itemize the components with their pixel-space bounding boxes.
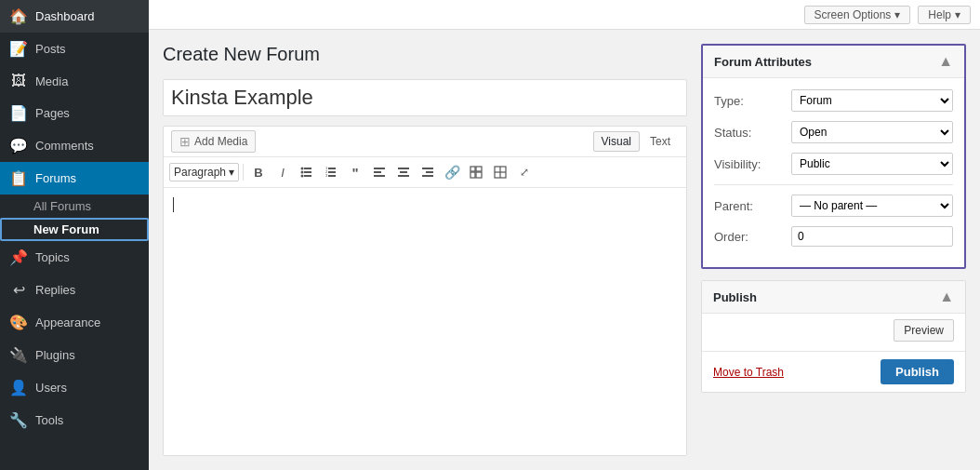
fullscreen-button[interactable]: ⤢: [513, 161, 536, 183]
align-right-button[interactable]: [417, 161, 439, 183]
svg-rect-7: [328, 171, 336, 173]
forums-icon: 📋: [9, 169, 28, 187]
blockquote-button[interactable]: ": [344, 161, 366, 183]
order-label: Order:: [714, 230, 784, 244]
plugins-icon: 🔌: [9, 346, 28, 364]
sidebar-item-pages[interactable]: 📄 Pages: [0, 97, 149, 129]
sidebar-label-forums: Forums: [35, 171, 76, 185]
move-to-trash-link[interactable]: Move to Trash: [713, 366, 784, 379]
sidebar-label-dashboard: Dashboard: [35, 9, 95, 23]
sidebar-item-tools[interactable]: 🔧 Tools: [0, 404, 149, 436]
content-area: Create New Forum ⊞ Add Media Visual Text: [149, 30, 980, 470]
preview-button[interactable]: Preview: [894, 319, 954, 342]
sidebar-item-appearance[interactable]: 🎨 Appearance: [0, 306, 149, 339]
forum-attributes-body: Type: Forum Category Status: Open Closed: [703, 78, 964, 267]
svg-point-3: [301, 168, 304, 170]
help-button[interactable]: Help ▾: [918, 6, 971, 24]
editor-formatting-toolbar: Paragraph ▾ B I 123 ": [164, 157, 686, 188]
status-label: Status:: [714, 126, 784, 140]
forum-attributes-toggle-icon[interactable]: ▲: [938, 53, 953, 70]
insert-table-button[interactable]: [489, 161, 511, 183]
new-forum-label: New Forum: [33, 222, 99, 236]
all-forums-label: All Forums: [33, 199, 91, 213]
publish-panel-title: Publish: [713, 290, 757, 304]
paragraph-label: Paragraph: [174, 166, 226, 179]
publish-panel-header: Publish ▲: [702, 281, 965, 314]
sidebar-label-topics: Topics: [35, 250, 70, 264]
paragraph-select[interactable]: Paragraph ▾: [169, 163, 239, 181]
svg-rect-23: [470, 172, 475, 178]
screen-options-button[interactable]: Screen Options ▾: [804, 6, 911, 24]
paragraph-chevron-icon: ▾: [229, 166, 234, 179]
svg-point-5: [301, 175, 304, 178]
forum-attributes-panel: Forum Attributes ▲ Type: Forum Category …: [701, 44, 966, 269]
add-media-icon: ⊞: [179, 134, 191, 149]
toolbar-separator-1: [243, 164, 244, 181]
add-media-button[interactable]: ⊞ Add Media: [171, 130, 256, 153]
publish-button[interactable]: Publish: [881, 359, 954, 384]
sidebar-label-comments: Comments: [35, 139, 94, 153]
right-column: Forum Attributes ▲ Type: Forum Category …: [701, 44, 966, 456]
svg-text:3: 3: [325, 173, 328, 178]
sidebar-item-posts[interactable]: 📝 Posts: [0, 33, 149, 65]
publish-panel: Publish ▲ Preview Move to Trash Publish: [701, 280, 966, 393]
align-left-button[interactable]: [368, 161, 391, 183]
svg-rect-18: [422, 168, 433, 169]
cursor: [173, 197, 174, 212]
svg-point-4: [301, 171, 304, 174]
sidebar-item-users[interactable]: 👤 Users: [0, 371, 149, 404]
svg-rect-14: [374, 175, 385, 177]
sidebar-label-replies: Replies: [35, 283, 75, 297]
link-button[interactable]: 🔗: [441, 161, 463, 183]
sidebar-item-topics[interactable]: 📌 Topics: [0, 241, 149, 274]
svg-rect-20: [422, 175, 433, 177]
unordered-list-button[interactable]: [296, 161, 318, 183]
sidebar-label-pages: Pages: [35, 106, 70, 120]
svg-rect-16: [400, 171, 407, 173]
tools-icon: 🔧: [9, 411, 28, 429]
sidebar-item-replies[interactable]: ↩ Replies: [0, 274, 149, 306]
order-input[interactable]: [791, 226, 953, 247]
screen-options-chevron-icon: ▾: [894, 8, 900, 21]
pages-icon: 📄: [9, 104, 28, 122]
sidebar-item-dashboard[interactable]: 🏠 Dashboard: [0, 0, 149, 33]
attr-divider: [714, 184, 953, 185]
dashboard-icon: 🏠: [9, 7, 28, 25]
replies-icon: ↩: [9, 281, 28, 299]
italic-button[interactable]: I: [271, 161, 294, 183]
users-icon: 👤: [9, 379, 28, 396]
add-media-label: Add Media: [194, 135, 247, 148]
ordered-list-button[interactable]: 123: [320, 161, 342, 183]
main-area: Screen Options ▾ Help ▾ Create New Forum…: [149, 0, 980, 470]
forum-attributes-title: Forum Attributes: [714, 55, 812, 69]
editor-body[interactable]: [164, 188, 686, 455]
sidebar-item-forums[interactable]: 📋 Forums: [0, 162, 149, 195]
media-icon: 🖼: [9, 73, 28, 89]
type-row: Type: Forum Category: [714, 89, 953, 112]
visibility-select[interactable]: Public Private Hidden: [791, 153, 953, 175]
posts-icon: 📝: [9, 40, 28, 58]
editor-toolbar-top: ⊞ Add Media Visual Text: [164, 127, 686, 157]
parent-select[interactable]: — No parent —: [791, 195, 953, 217]
sidebar-subitem-new-forum[interactable]: New Forum: [0, 218, 149, 241]
status-select[interactable]: Open Closed: [791, 121, 953, 143]
sidebar-item-plugins[interactable]: 🔌 Plugins: [0, 339, 149, 371]
sidebar-item-comments[interactable]: 💬 Comments: [0, 129, 149, 162]
sidebar-label-media: Media: [35, 74, 68, 88]
align-center-button[interactable]: [392, 161, 415, 183]
svg-rect-17: [398, 175, 409, 177]
topbar: Screen Options ▾ Help ▾: [149, 0, 980, 30]
post-title-input[interactable]: [163, 79, 687, 116]
svg-rect-13: [374, 171, 381, 173]
tab-visual[interactable]: Visual: [593, 131, 640, 152]
publish-footer: Move to Trash Publish: [702, 351, 965, 392]
svg-rect-22: [476, 167, 482, 171]
table-button[interactable]: [465, 161, 487, 183]
bold-button[interactable]: B: [247, 161, 270, 183]
svg-rect-2: [304, 175, 311, 177]
sidebar-subitem-all-forums[interactable]: All Forums: [0, 195, 149, 218]
tab-text[interactable]: Text: [642, 131, 679, 152]
type-select[interactable]: Forum Category: [791, 89, 953, 112]
sidebar-item-media[interactable]: 🖼 Media: [0, 65, 149, 97]
publish-panel-toggle-icon[interactable]: ▲: [939, 289, 954, 305]
